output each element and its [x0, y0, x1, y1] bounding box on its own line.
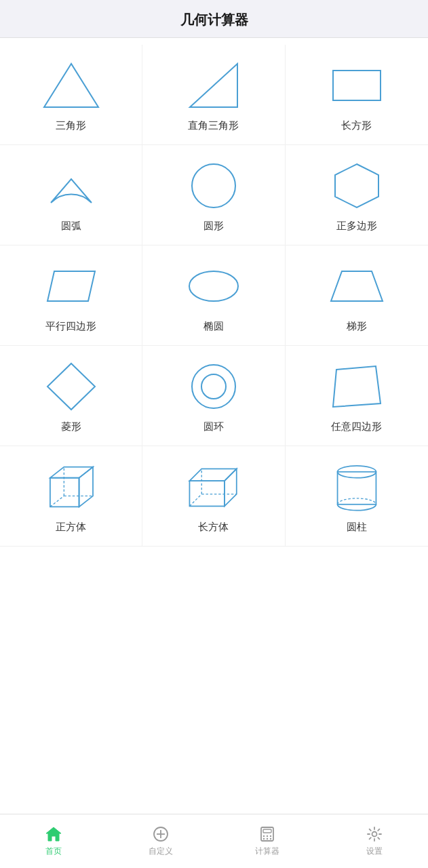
nav-calculator[interactable]: 计算器 — [214, 814, 322, 868]
svg-point-33 — [270, 835, 271, 837]
ellipse-icon — [180, 259, 248, 313]
rectangle-icon — [323, 58, 391, 113]
svg-marker-8 — [47, 363, 95, 410]
shape-label-annulus: 圆环 — [203, 420, 224, 433]
shape-grid: 三角形 直角三角形 长方形 圆弧 圆形 — [0, 45, 428, 547]
shape-label-rectangle: 长方形 — [341, 119, 372, 132]
shape-label-arc: 圆弧 — [61, 220, 81, 233]
svg-line-15 — [50, 496, 64, 507]
svg-point-35 — [267, 838, 268, 840]
svg-point-34 — [263, 838, 265, 840]
svg-rect-12 — [50, 478, 79, 507]
nav-calculator-label: 计算器 — [255, 846, 279, 857]
shape-triangle[interactable]: 三角形 — [0, 45, 142, 145]
svg-marker-19 — [189, 469, 236, 481]
svg-rect-30 — [263, 829, 271, 833]
svg-point-6 — [189, 271, 238, 301]
shape-rectangle[interactable]: 长方形 — [286, 45, 428, 145]
cuboid-icon — [180, 460, 248, 514]
nav-settings[interactable]: 设置 — [321, 814, 428, 868]
svg-point-9 — [192, 365, 235, 408]
shape-label-circle: 圆形 — [203, 220, 224, 233]
shape-label-diamond: 菱形 — [61, 420, 81, 433]
shape-arc[interactable]: 圆弧 — [0, 145, 142, 245]
quad-icon — [323, 359, 391, 414]
shape-parallelogram[interactable]: 平行四边形 — [0, 245, 142, 346]
svg-rect-2 — [333, 71, 381, 100]
nav-custom[interactable]: 自定义 — [107, 814, 214, 868]
circle-icon — [180, 159, 248, 213]
shape-label-trapezoid: 梯形 — [347, 320, 367, 333]
svg-point-37 — [372, 832, 377, 837]
shape-label-quad: 任意四边形 — [331, 420, 382, 433]
shape-label-parallelogram: 平行四边形 — [45, 320, 96, 333]
cylinder-icon — [323, 460, 391, 514]
svg-marker-5 — [47, 271, 95, 301]
bottom-nav: 首页 自定义 计算器 设置 — [0, 814, 428, 868]
nav-custom-label: 自定义 — [149, 846, 173, 857]
svg-marker-20 — [225, 469, 237, 506]
cube-icon — [37, 460, 105, 514]
diamond-icon — [37, 359, 105, 414]
shape-label-polygon: 正多边形 — [336, 220, 377, 233]
svg-point-3 — [192, 164, 235, 208]
home-icon — [45, 825, 62, 843]
header: 几何计算器 — [0, 0, 428, 38]
shape-label-ellipse: 椭圆 — [203, 320, 224, 333]
main-content: 三角形 直角三角形 长方形 圆弧 圆形 — [0, 38, 428, 814]
annulus-icon — [180, 359, 248, 414]
triangle-icon — [37, 58, 105, 113]
svg-rect-18 — [189, 481, 225, 506]
shape-cylinder[interactable]: 圆柱 — [286, 446, 428, 547]
shape-trapezoid[interactable]: 梯形 — [286, 245, 428, 346]
shape-label-right-triangle: 直角三角形 — [188, 119, 239, 132]
shape-right-triangle[interactable]: 直角三角形 — [142, 45, 285, 145]
arc-icon — [37, 159, 105, 213]
svg-line-21 — [189, 494, 201, 507]
svg-marker-4 — [335, 164, 378, 208]
shape-label-cuboid: 长方体 — [198, 521, 229, 534]
trapezoid-icon — [323, 259, 391, 313]
shape-cube[interactable]: 正方体 — [0, 446, 142, 547]
svg-marker-0 — [44, 64, 98, 107]
svg-point-10 — [201, 374, 226, 399]
shape-annulus[interactable]: 圆环 — [142, 346, 285, 446]
svg-marker-1 — [190, 64, 237, 107]
header-title: 几何计算器 — [180, 12, 248, 27]
shape-label-triangle: 三角形 — [56, 119, 86, 132]
svg-marker-14 — [79, 467, 92, 507]
polygon-icon — [323, 159, 391, 213]
svg-marker-7 — [331, 271, 383, 301]
shape-circle[interactable]: 圆形 — [142, 145, 285, 245]
nav-settings-label: 设置 — [366, 846, 383, 857]
settings-icon — [366, 825, 383, 843]
svg-point-31 — [263, 835, 265, 837]
svg-point-36 — [270, 838, 271, 840]
shape-label-cube: 正方体 — [56, 521, 86, 534]
svg-point-32 — [267, 835, 268, 837]
shape-diamond[interactable]: 菱形 — [0, 346, 142, 446]
shape-quad[interactable]: 任意四边形 — [286, 346, 428, 446]
nav-home[interactable]: 首页 — [0, 814, 107, 868]
calculator-icon — [258, 825, 276, 843]
custom-icon — [152, 825, 170, 843]
nav-home-label: 首页 — [45, 846, 62, 857]
right-triangle-icon — [180, 58, 248, 113]
shape-polygon[interactable]: 正多边形 — [286, 145, 428, 245]
svg-marker-11 — [333, 366, 381, 407]
shape-cuboid[interactable]: 长方体 — [142, 446, 285, 547]
shape-label-cylinder: 圆柱 — [347, 521, 367, 534]
parallelogram-icon — [37, 259, 105, 313]
shape-ellipse[interactable]: 椭圆 — [142, 245, 285, 346]
